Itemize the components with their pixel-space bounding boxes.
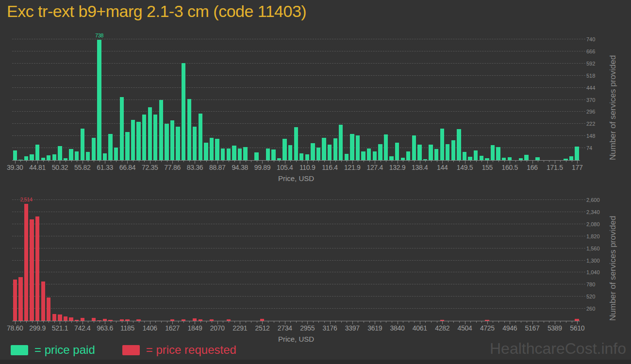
histogram-bar[interactable] (18, 38, 24, 160)
histogram-bar[interactable] (512, 199, 518, 321)
histogram-bar[interactable] (209, 38, 215, 160)
histogram-bar[interactable] (293, 199, 299, 321)
histogram-bar[interactable] (164, 38, 170, 160)
histogram-bar[interactable] (304, 199, 310, 321)
histogram-bar[interactable] (80, 199, 85, 321)
histogram-bar[interactable] (417, 38, 423, 160)
histogram-bar[interactable] (563, 38, 569, 160)
histogram-bar[interactable] (91, 199, 97, 321)
histogram-bar[interactable] (248, 38, 254, 160)
histogram-bar[interactable] (136, 199, 142, 321)
histogram-bar[interactable] (287, 38, 293, 160)
histogram-bar[interactable] (338, 38, 344, 160)
histogram-bar[interactable] (529, 38, 535, 160)
histogram-bar[interactable] (540, 38, 546, 160)
histogram-bar[interactable] (445, 38, 451, 160)
histogram-bar[interactable] (389, 38, 395, 160)
histogram-bar[interactable] (198, 199, 203, 321)
histogram-bar[interactable] (344, 38, 349, 160)
histogram-bar[interactable] (68, 38, 74, 160)
histogram-bar[interactable] (181, 38, 186, 160)
histogram-bar[interactable] (299, 199, 304, 321)
histogram-bar[interactable] (378, 199, 383, 321)
histogram-bar[interactable] (422, 38, 428, 160)
histogram-bar[interactable] (46, 38, 51, 160)
histogram-bar[interactable] (507, 199, 513, 321)
histogram-bar[interactable] (97, 38, 102, 160)
histogram-bar[interactable] (102, 38, 108, 160)
histogram-bar[interactable] (34, 38, 40, 160)
histogram-bar[interactable] (63, 38, 68, 160)
histogram-bar[interactable] (422, 199, 428, 321)
histogram-bar[interactable] (271, 199, 277, 321)
histogram-bar[interactable] (175, 199, 181, 321)
histogram-bar[interactable] (113, 38, 119, 160)
histogram-bar[interactable] (479, 199, 484, 321)
histogram-bar[interactable] (276, 38, 282, 160)
histogram-bar[interactable] (192, 38, 198, 160)
histogram-bar[interactable] (91, 38, 97, 160)
histogram-bar[interactable] (417, 199, 423, 321)
histogram-bar[interactable] (405, 38, 411, 160)
histogram-bar[interactable] (68, 199, 74, 321)
histogram-bar[interactable] (361, 38, 366, 160)
histogram-bar[interactable] (467, 38, 473, 160)
histogram-bar[interactable] (276, 199, 282, 321)
histogram-bar[interactable] (456, 199, 462, 321)
histogram-bar[interactable] (389, 199, 395, 321)
histogram-bar[interactable] (473, 199, 479, 321)
histogram-bar[interactable] (175, 38, 181, 160)
histogram-bar[interactable] (108, 38, 114, 160)
histogram-bar[interactable] (450, 38, 456, 160)
histogram-bar[interactable] (85, 199, 91, 321)
histogram-bar[interactable] (473, 38, 479, 160)
histogram-bar[interactable] (344, 199, 349, 321)
histogram-bar[interactable] (361, 199, 366, 321)
histogram-bar[interactable] (46, 199, 51, 321)
histogram-bar[interactable] (215, 199, 220, 321)
histogram-bar[interactable] (164, 199, 170, 321)
histogram-bar[interactable] (271, 38, 277, 160)
histogram-bar[interactable] (316, 199, 321, 321)
histogram-bar[interactable] (265, 199, 271, 321)
histogram-bar[interactable] (12, 199, 18, 321)
histogram-bar[interactable] (501, 199, 507, 321)
histogram-bar[interactable] (232, 38, 237, 160)
histogram-bar[interactable] (57, 199, 63, 321)
histogram-bar[interactable] (439, 38, 445, 160)
histogram-bar[interactable] (282, 38, 288, 160)
histogram-bar[interactable] (113, 199, 119, 321)
histogram-bar[interactable] (259, 38, 265, 160)
histogram-bar[interactable] (540, 199, 546, 321)
histogram-bar[interactable] (557, 199, 563, 321)
histogram-bar[interactable] (552, 38, 558, 160)
histogram-bar[interactable] (338, 199, 344, 321)
histogram-bar[interactable] (40, 199, 46, 321)
histogram-bar[interactable] (518, 38, 524, 160)
histogram-bar[interactable] (467, 199, 473, 321)
histogram-bar[interactable] (484, 38, 490, 160)
histogram-bar[interactable] (366, 38, 372, 160)
histogram-bar[interactable] (220, 38, 226, 160)
histogram-bar[interactable] (119, 199, 125, 321)
histogram-bar[interactable] (141, 199, 147, 321)
histogram-bar[interactable] (327, 199, 332, 321)
histogram-bar[interactable] (23, 38, 29, 160)
histogram-bar[interactable] (108, 199, 114, 321)
histogram-bar[interactable] (198, 38, 203, 160)
histogram-bar[interactable] (321, 38, 327, 160)
histogram-bar[interactable] (97, 199, 102, 321)
histogram-bar[interactable] (479, 38, 484, 160)
histogram-bar[interactable] (136, 38, 142, 160)
histogram-bar[interactable] (349, 38, 355, 160)
histogram-bar[interactable] (496, 199, 501, 321)
histogram-bar[interactable] (445, 199, 451, 321)
histogram-bar[interactable] (130, 38, 136, 160)
histogram-bar[interactable] (557, 38, 563, 160)
histogram-bar[interactable] (287, 199, 293, 321)
histogram-bar[interactable] (400, 199, 406, 321)
histogram-bar[interactable] (496, 38, 501, 160)
histogram-bar[interactable] (535, 199, 541, 321)
histogram-bar[interactable] (490, 38, 496, 160)
histogram-bar[interactable] (125, 38, 131, 160)
